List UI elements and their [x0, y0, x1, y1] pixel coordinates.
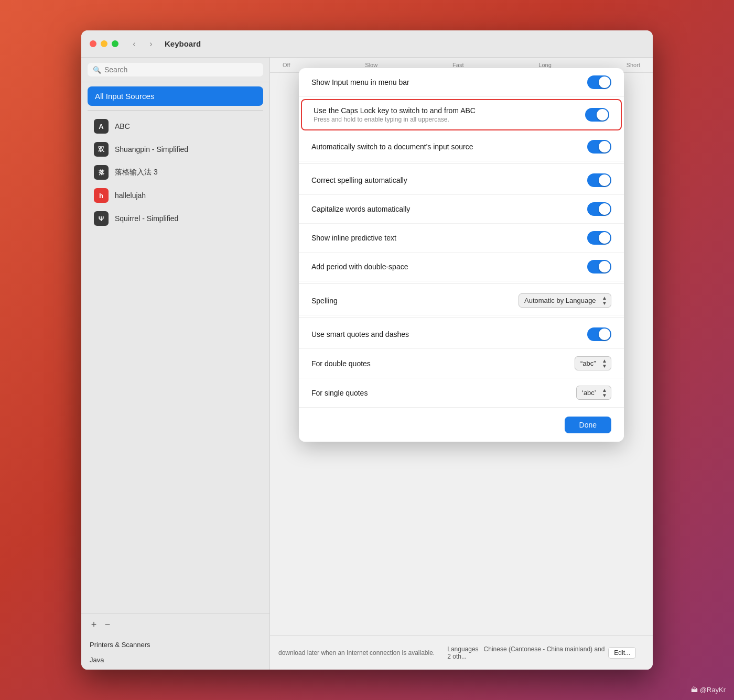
row-caps-lock-title: Use the Caps Lock key to switch to and f…: [314, 106, 585, 115]
row-period-double-space-text: Add period with double-space: [311, 262, 587, 271]
sidebar-footer-items: Printers & Scanners Java: [81, 635, 269, 670]
row-single-quotes: For single quotes ‘abc’ ▲▼: [299, 378, 624, 408]
search-bar: 🔍: [81, 58, 269, 82]
double-quotes-label: For double quotes: [311, 359, 371, 368]
row-predictive-text-text: Show inline predictive text: [311, 234, 587, 242]
double-quotes-select-wrapper[interactable]: “abc” ▲▼: [575, 356, 611, 370]
sidebar-item-label-shuangpin: Shuangpin - Simplified: [115, 145, 188, 154]
spelling-select[interactable]: Automatic by Language: [519, 293, 611, 308]
row-double-quotes: For double quotes “abc” ▲▼: [299, 349, 624, 378]
sidebar-bottom: + −: [81, 614, 269, 635]
watermark: 🏔 @RayKr: [691, 686, 726, 694]
row-show-input-menu-title: Show Input menu in menu bar: [311, 78, 587, 86]
toggle-smart-quotes[interactable]: [587, 327, 611, 341]
single-quotes-select-wrapper[interactable]: ‘abc’ ▲▼: [576, 386, 611, 400]
spelling-select-wrapper[interactable]: Automatic by Language ▲▼: [519, 293, 611, 308]
row-correct-spelling-title: Correct spelling automatically: [311, 176, 587, 184]
abc-icon: A: [94, 119, 109, 134]
titlebar: ‹ › Keyboard: [81, 30, 653, 58]
close-button[interactable]: [90, 40, 96, 47]
sidebar-item-label-abc: ABC: [115, 122, 130, 130]
watermark-icon: 🏔: [691, 686, 698, 694]
row-smart-quotes-text: Use smart quotes and dashes: [311, 330, 587, 338]
minimize-button[interactable]: [101, 40, 107, 47]
row-period-double-space-title: Add period with double-space: [311, 262, 587, 271]
nav-buttons: ‹ ›: [127, 37, 158, 51]
main-window: ‹ › Keyboard 🔍 All Input Sources: [81, 30, 653, 670]
toggle-show-input-menu[interactable]: [587, 75, 611, 89]
luoge-icon: 落: [94, 165, 109, 180]
traffic-lights: [90, 40, 118, 47]
row-smart-quotes: Use smart quotes and dashes: [299, 320, 624, 349]
search-icon: 🔍: [93, 66, 101, 74]
toggle-auto-switch[interactable]: [587, 140, 611, 154]
row-correct-spelling-text: Correct spelling automatically: [311, 176, 587, 184]
add-source-button[interactable]: +: [88, 618, 100, 631]
sidebar-item-hallelujah[interactable]: h hallelujah: [81, 184, 269, 207]
sidebar-item-shuangpin[interactable]: 双 Shuangpin - Simplified: [81, 138, 269, 161]
row-predictive-text-title: Show inline predictive text: [311, 234, 587, 242]
row-show-input-menu-text: Show Input menu in menu bar: [311, 78, 587, 86]
modal-footer: Done: [299, 408, 624, 442]
sidebar-item-luoge[interactable]: 落 落格输入法 3: [81, 161, 269, 184]
row-period-double-space: Add period with double-space: [299, 253, 624, 281]
watermark-text: @RayKr: [700, 686, 726, 694]
row-capitalize-words-title: Capitalize words automatically: [311, 205, 587, 213]
separator-3: [299, 318, 624, 318]
toggle-predictive-text[interactable]: [587, 231, 611, 245]
squirrel-icon: Ψ: [94, 211, 109, 226]
row-auto-switch-title: Automatically switch to a document's inp…: [311, 143, 587, 151]
sidebar-item-abc[interactable]: A ABC: [81, 115, 269, 138]
sidebar-content: All Input Sources A ABC 双 Shuangpin - Si…: [81, 82, 269, 614]
row-auto-switch: Automatically switch to a document's inp…: [299, 133, 624, 161]
sidebar-item-label-luoge: 落格输入法 3: [115, 168, 158, 177]
row-caps-lock-subtitle: Press and hold to enable typing in all u…: [314, 116, 585, 123]
sidebar-divider: [88, 110, 263, 111]
window-title: Keyboard: [165, 39, 201, 48]
search-wrap[interactable]: 🔍: [88, 63, 263, 76]
modal-overlay: Show Input menu in menu bar Use the Caps…: [270, 58, 653, 670]
row-caps-lock-text: Use the Caps Lock key to switch to and f…: [314, 106, 585, 123]
sidebar-item-label-squirrel: Squirrel - Simplified: [115, 214, 178, 223]
row-capitalize-words-text: Capitalize words automatically: [311, 205, 587, 213]
toggle-period-double-space[interactable]: [587, 260, 611, 274]
sidebar-item-java[interactable]: Java: [81, 652, 269, 668]
spelling-label: Spelling: [311, 297, 338, 305]
sidebar: 🔍 All Input Sources A ABC 双 Shuangpin - …: [81, 58, 270, 670]
row-show-input-menu: Show Input menu in menu bar: [299, 68, 624, 97]
single-quotes-label: For single quotes: [311, 389, 368, 397]
window-body: 🔍 All Input Sources A ABC 双 Shuangpin - …: [81, 58, 653, 670]
modal: Show Input menu in menu bar Use the Caps…: [299, 68, 624, 442]
row-capitalize-words: Capitalize words automatically: [299, 195, 624, 224]
back-button[interactable]: ‹: [127, 37, 142, 51]
done-button[interactable]: Done: [565, 417, 611, 433]
row-predictive-text: Show inline predictive text: [299, 224, 624, 253]
sidebar-item-all-input-sources[interactable]: All Input Sources: [88, 86, 263, 106]
remove-source-button[interactable]: −: [101, 618, 114, 631]
double-quotes-select[interactable]: “abc”: [575, 356, 611, 370]
row-spelling: Spelling Automatic by Language ▲▼: [299, 286, 624, 315]
separator-2: [299, 283, 624, 284]
sidebar-item-label-hallelujah: hallelujah: [115, 191, 146, 200]
shuangpin-icon: 双: [94, 142, 109, 157]
forward-button[interactable]: ›: [144, 37, 158, 51]
sidebar-item-squirrel[interactable]: Ψ Squirrel - Simplified: [81, 207, 269, 230]
single-quotes-select[interactable]: ‘abc’: [576, 386, 611, 400]
main-content: Off Slow Fast Long Short Show Input menu…: [270, 58, 653, 670]
toggle-capitalize-words[interactable]: [587, 202, 611, 216]
hallelujah-icon: h: [94, 188, 109, 203]
toggle-correct-spelling[interactable]: [587, 173, 611, 187]
sidebar-actions: + −: [88, 618, 263, 631]
separator-1: [299, 163, 624, 164]
row-caps-lock: Use the Caps Lock key to switch to and f…: [301, 99, 622, 130]
row-smart-quotes-title: Use smart quotes and dashes: [311, 330, 587, 338]
sidebar-item-printers[interactable]: Printers & Scanners: [81, 637, 269, 652]
row-auto-switch-text: Automatically switch to a document's inp…: [311, 143, 587, 151]
fullscreen-button[interactable]: [112, 40, 118, 47]
search-input[interactable]: [104, 65, 258, 74]
toggle-caps-lock[interactable]: [585, 108, 609, 122]
row-correct-spelling: Correct spelling automatically: [299, 166, 624, 195]
